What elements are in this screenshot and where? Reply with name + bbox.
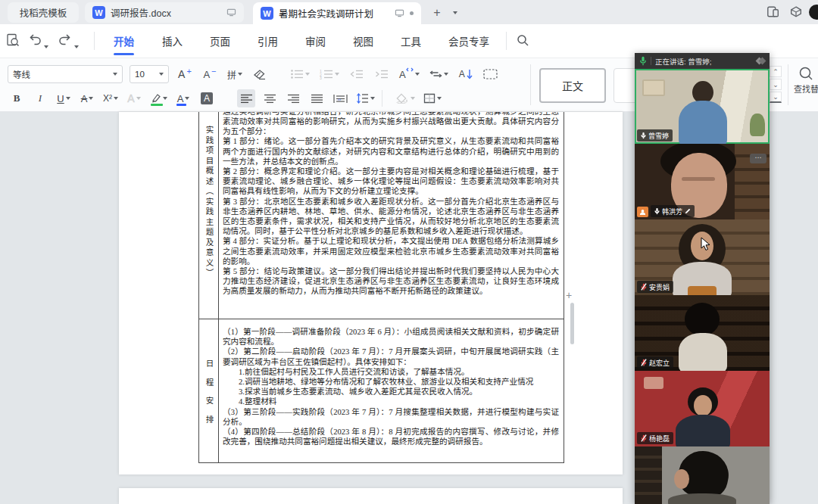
clear-format-eraser-icon[interactable]	[251, 65, 269, 83]
meeting-panel[interactable]: 正在讲话: 曾雪婷; 曾雪婷 ⋯ 韩洪芳	[635, 53, 770, 504]
plant-decor	[750, 114, 765, 136]
wps-writer-icon: W	[92, 6, 105, 19]
increase-indent-button[interactable]	[373, 65, 391, 83]
table-insert-row-button[interactable]: +	[566, 289, 572, 301]
participant-badge: 杨艳磊	[637, 432, 673, 444]
decrease-indent-button[interactable]	[348, 65, 366, 83]
bullet-list-button[interactable]	[289, 65, 311, 83]
decrease-font-button[interactable]: A−	[201, 65, 219, 83]
row1-content-cell[interactable]: 通过实地调研与实证分析相结合，研究北京市城乡间生态要素流动现状，测算城乡之间的生…	[223, 112, 559, 297]
style-normal[interactable]: 正文	[539, 68, 606, 103]
banner-logo-decor	[644, 377, 663, 389]
meeting-app-logo-icon	[757, 58, 765, 64]
new-tab-button[interactable]: +	[429, 5, 445, 21]
character-scaling-button[interactable]: A	[398, 65, 421, 83]
tab-docer-templates[interactable]: 找稻壳模板	[8, 2, 79, 23]
tab-document-report[interactable]: W 调研报告.docx	[85, 2, 244, 23]
distribute-button[interactable]: ‹›	[331, 89, 349, 107]
italic-button[interactable]: I	[31, 89, 49, 107]
find-replace-button[interactable]: 查找替换	[794, 63, 818, 108]
participant-badge: 韩洪芳	[651, 205, 695, 217]
row2-label: 日程安排	[204, 349, 215, 434]
paragraph: 素流动效率对共同富裕的影响研究，从而为实施乡村振兴战略做出更大贡献。具体研究内容…	[223, 117, 559, 136]
video-tile-4[interactable]: 赵宏立	[635, 295, 770, 371]
document-table: 实践项目概述（实践主题及意义） 通过实地调研与实证分析相结合，研究北京市城乡间生…	[198, 112, 564, 463]
ribbon-tab-home[interactable]: 开始	[109, 24, 139, 58]
row2-header-cell[interactable]: 日程安排	[199, 319, 219, 463]
participant-badge: 曾雪婷	[637, 129, 673, 142]
paragraph-layout-button[interactable]	[482, 65, 500, 83]
mobile-view-icon[interactable]	[766, 5, 780, 18]
video-tile-1[interactable]: 曾雪婷	[635, 69, 770, 144]
redo-icon[interactable]	[58, 33, 71, 45]
ribbon-tab-member[interactable]: 会员专享	[444, 24, 494, 58]
numbered-list-button[interactable]: 123	[318, 65, 341, 83]
shading-bucket-button[interactable]	[395, 89, 417, 107]
style-gallery-more[interactable]: ⌄	[770, 92, 782, 103]
borders-button[interactable]	[422, 89, 443, 107]
video-tile-2[interactable]: ⋯ 韩洪芳	[635, 144, 770, 219]
font-size-select[interactable]: 10	[130, 65, 169, 83]
pinyin-guide-button[interactable]: 拼	[226, 65, 244, 83]
tile-more-button[interactable]: ⋯	[750, 154, 766, 163]
svg-text:3: 3	[320, 76, 322, 79]
paragraph: （2）第二阶段——启动阶段（2023 年 7 月）：7 月开展案头调研，中旬开展…	[223, 347, 559, 366]
increase-font-button[interactable]: A+	[176, 65, 194, 83]
ribbon-tab-view[interactable]: 视图	[348, 24, 378, 58]
participant-name: 韩洪芳	[662, 207, 682, 216]
document-page[interactable]: 实践项目概述（实践主题及意义） 通过实地调研与实证分析相结合，研究北京市城乡间生…	[119, 112, 623, 474]
strikethrough-button[interactable]: A	[78, 89, 96, 107]
tab-practice-plan-active[interactable]: W 暑期社会实践调研计划	[253, 2, 421, 24]
tab-status-dot	[410, 11, 414, 15]
ribbon-tab-references[interactable]: 引用	[253, 24, 283, 58]
text-direction-button[interactable]	[428, 65, 450, 83]
align-right-button[interactable]	[284, 89, 302, 107]
ribbon-tab-insert[interactable]: 插入	[158, 24, 187, 58]
account-avatar[interactable]	[809, 5, 818, 20]
table-resize-handle[interactable]	[570, 303, 574, 344]
underline-button[interactable]: U	[55, 89, 73, 107]
video-tile-5[interactable]: 杨艳磊	[635, 371, 770, 446]
character-shading-button[interactable]: A	[198, 89, 216, 107]
align-center-button[interactable]	[261, 89, 279, 107]
bold-button[interactable]: B	[8, 89, 26, 107]
wall-art-decor	[642, 79, 665, 96]
print-preview-icon[interactable]	[6, 33, 20, 47]
font-color-button[interactable]: A	[174, 89, 192, 107]
participant-name: 赵宏立	[649, 358, 670, 368]
mic-on-icon	[641, 132, 646, 139]
row1-header-cell[interactable]: 实践项目概述（实践主题及意义）	[199, 126, 219, 315]
style-gallery-up[interactable]: ⌃	[770, 66, 782, 77]
row2-content-cell[interactable]: （1）第一阶段——调研准备阶段（2023 年 6 月）：小组成员阅读相关文献和资…	[223, 327, 559, 446]
align-left-button[interactable]	[237, 89, 255, 107]
ribbon-search-icon[interactable]	[517, 34, 529, 47]
ribbon-tab-page[interactable]: 页面	[205, 24, 235, 58]
ribbon-tab-review[interactable]: 审阅	[301, 24, 330, 58]
text-effects-button[interactable]: A	[125, 89, 143, 107]
ribbon-tab-tools[interactable]: 工具	[396, 24, 426, 58]
undo-dropdown[interactable]	[44, 38, 48, 51]
undo-icon[interactable]	[29, 33, 42, 45]
paragraph: 第 1 部分：绪论。这一部分首先介绍本文的研究背景及研究意义，从生态要素流动和共…	[223, 136, 559, 166]
sort-button[interactable]: A	[457, 65, 475, 83]
justify-button[interactable]	[308, 89, 326, 107]
redo-dropdown[interactable]	[74, 38, 79, 51]
video-tile-3[interactable]: 安贵娟	[635, 219, 770, 295]
line-spacing-button[interactable]	[354, 89, 376, 107]
monitor-icon	[226, 8, 236, 17]
font-name-select[interactable]: 等线	[8, 65, 123, 83]
superscript-button[interactable]: X²	[101, 89, 120, 107]
participant-badge: 赵宏立	[637, 356, 673, 369]
wps-writer-icon: W	[261, 7, 273, 20]
mouse-cursor	[701, 237, 710, 251]
video-tile-6[interactable]	[635, 446, 770, 504]
paragraph: 第 4 部分：实证分析。基于以上理论和现状分析，本文提出使用 DEA 数据包络分…	[223, 236, 559, 266]
highlight-color-button[interactable]	[148, 89, 169, 107]
next-page-top[interactable]	[119, 488, 623, 504]
style-gallery-down[interactable]: ⌄	[770, 79, 782, 90]
svg-text:‹›: ‹›	[338, 97, 341, 101]
3d-object-icon[interactable]	[789, 5, 803, 18]
speaking-status-text: 正在讲话: 曾雪婷;	[655, 56, 753, 67]
tab-list-chevron[interactable]	[447, 5, 464, 21]
participant-name: 安贵娟	[649, 282, 670, 292]
